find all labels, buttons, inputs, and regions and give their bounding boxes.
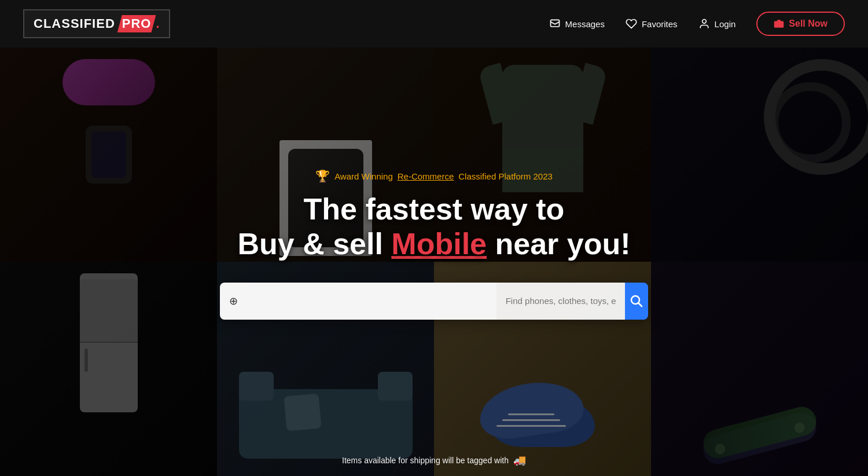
search-button[interactable] — [625, 283, 648, 320]
shipping-tag: Items available for shipping will be tag… — [342, 454, 526, 467]
hero-title-line2-post: near you! — [495, 227, 630, 261]
svg-rect-0 — [550, 20, 559, 27]
truck-icon: 🚚 — [513, 454, 526, 467]
login-label: Login — [715, 19, 736, 29]
award-link-text[interactable]: Re-Commerce — [398, 171, 454, 181]
svg-point-2 — [777, 23, 781, 26]
navbar: CLASSIFIED PRO . Messages Favorites Logi… — [0, 0, 868, 47]
sell-now-button[interactable]: Sell Now — [756, 12, 845, 36]
hero-title-line1: The fastest way to — [304, 192, 565, 226]
search-icon — [630, 294, 643, 308]
hero-title-highlight: Mobile — [391, 227, 487, 261]
logo-pro-text: PRO — [117, 15, 156, 32]
award-badge: 🏆 Award Winning Re-Commerce Classified P… — [315, 169, 553, 183]
location-input-container[interactable]: ⊕ — [220, 283, 496, 320]
favorites-link[interactable]: Favorites — [626, 18, 678, 30]
login-link[interactable]: Login — [698, 18, 736, 30]
heart-icon — [626, 18, 637, 30]
sell-now-label: Sell Now — [789, 19, 827, 29]
hero-title: The fastest way to Buy & sell Mobile nea… — [237, 192, 630, 262]
messages-link[interactable]: Messages — [549, 18, 605, 30]
award-text-pre: Award Winning — [334, 171, 393, 181]
logo-classified-text: CLASSIFIED — [34, 16, 115, 31]
favorites-label: Favorites — [642, 19, 678, 29]
hero-section: 🏆 Award Winning Re-Commerce Classified P… — [0, 47, 868, 476]
svg-point-1 — [702, 20, 706, 24]
logo-dot: . — [156, 16, 159, 31]
location-icon: ⊕ — [229, 295, 238, 307]
hero-title-line2-pre: Buy & sell — [237, 227, 382, 261]
user-icon — [698, 18, 710, 30]
nav-links: Messages Favorites Login Sell Now — [549, 12, 845, 36]
keyword-input[interactable] — [496, 283, 625, 320]
messages-icon — [549, 18, 561, 30]
award-icon: 🏆 — [315, 169, 330, 183]
location-input[interactable] — [242, 296, 487, 306]
shipping-note-text: Items available for shipping will be tag… — [342, 456, 509, 465]
search-bar: ⊕ — [220, 283, 648, 320]
award-text-post: Classified Platform 2023 — [458, 171, 553, 181]
logo-box: CLASSIFIED PRO . — [23, 9, 170, 38]
messages-label: Messages — [565, 19, 605, 29]
logo[interactable]: CLASSIFIED PRO . — [23, 9, 170, 38]
camera-icon — [774, 19, 784, 29]
